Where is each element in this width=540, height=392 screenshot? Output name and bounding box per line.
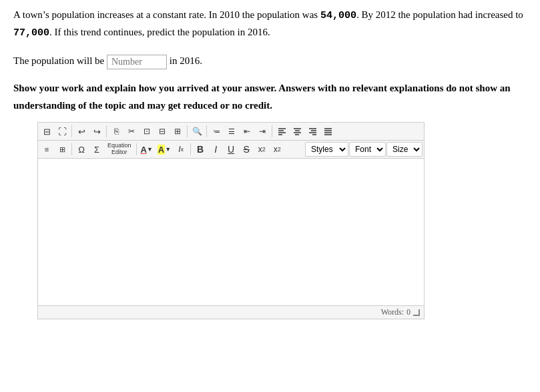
superscript-btn[interactable]: x2 bbox=[270, 142, 284, 157]
ordered-list-btn[interactable]: ≔ bbox=[209, 124, 224, 139]
align-right-btn[interactable] bbox=[305, 124, 320, 139]
table-icon-btn[interactable]: ⊟ bbox=[39, 124, 54, 139]
fullscreen-btn[interactable]: ⛶ bbox=[55, 124, 69, 139]
font-dropdown[interactable]: Font bbox=[349, 142, 386, 157]
sep8 bbox=[190, 143, 191, 155]
paragraph-text1: A town’s population increases at a const… bbox=[13, 9, 320, 20]
styles-dropdown[interactable]: Styles bbox=[305, 142, 348, 157]
outdent-btn[interactable]: ⇤ bbox=[240, 124, 254, 139]
highlight-btn[interactable]: A ▼ bbox=[156, 142, 173, 157]
font-color-arrow: ▼ bbox=[147, 146, 153, 153]
toolbar-row1: ⊟ ⛶ ↩ ↪ ⎘ ✂ ⊡ ⊟ ⊞ 🔍 ≔ ☰ ⇤ ⇥ bbox=[38, 123, 424, 141]
resize-handle[interactable] bbox=[413, 309, 420, 316]
align-justify-btn[interactable] bbox=[320, 124, 335, 139]
sep4 bbox=[206, 125, 207, 137]
editor-footer: Words: 0 bbox=[38, 305, 424, 319]
number-input[interactable] bbox=[107, 55, 167, 69]
bold-btn[interactable]: B bbox=[193, 142, 208, 157]
unordered-list-btn[interactable]: ☰ bbox=[224, 124, 239, 139]
toolbar-row2: ≡ ⊞ Ω Σ EquationEditor A ▼ A ▼ Ix B I U … bbox=[38, 141, 424, 159]
paste-btn[interactable]: ⊡ bbox=[140, 124, 154, 139]
highlight-A-icon: A bbox=[158, 145, 165, 155]
bold-prompt: Show your work and explain how you arriv… bbox=[13, 80, 527, 114]
paragraph-text2: . By 2012 the population had increased t… bbox=[356, 9, 523, 20]
words-label: Words: bbox=[381, 307, 404, 317]
size-dropdown[interactable]: Size bbox=[386, 142, 423, 157]
cut-btn[interactable]: ✂ bbox=[124, 124, 139, 139]
after-text: in 2016. bbox=[167, 55, 202, 66]
paste-text-btn[interactable]: ⊟ bbox=[155, 124, 170, 139]
highlight-arrow: ▼ bbox=[165, 146, 171, 153]
strikethrough-btn[interactable]: S bbox=[239, 142, 254, 157]
clear-format-btn[interactable]: Ix bbox=[174, 142, 188, 157]
before-text: The population will be bbox=[13, 55, 107, 66]
insert-col-btn[interactable]: ⊞ bbox=[55, 142, 69, 157]
words-count: 0 bbox=[407, 307, 411, 317]
rich-text-editor: ⊟ ⛶ ↩ ↪ ⎘ ✂ ⊡ ⊟ ⊞ 🔍 ≔ ☰ ⇤ ⇥ bbox=[37, 122, 425, 319]
sep1 bbox=[71, 125, 72, 137]
editor-body[interactable] bbox=[38, 159, 424, 305]
copy-btn[interactable]: ⎘ bbox=[109, 124, 123, 139]
sep7 bbox=[136, 143, 137, 155]
font-color-btn[interactable]: A ▼ bbox=[139, 142, 155, 157]
sep6 bbox=[71, 143, 72, 155]
italic-btn[interactable]: I bbox=[208, 142, 223, 157]
sigma-btn[interactable]: Σ bbox=[89, 142, 104, 157]
omega-btn[interactable]: Ω bbox=[74, 142, 89, 157]
align-left-btn[interactable] bbox=[274, 124, 289, 139]
insert-row-btn[interactable]: ≡ bbox=[39, 142, 54, 157]
underline-btn[interactable]: U bbox=[224, 142, 238, 157]
paragraph-text3: . If this trend continues, predict the p… bbox=[49, 27, 270, 37]
align-center-btn[interactable] bbox=[290, 124, 304, 139]
sep3 bbox=[187, 125, 188, 137]
equation-editor-btn[interactable]: EquationEditor bbox=[105, 142, 134, 157]
find-btn[interactable]: 🔍 bbox=[190, 124, 204, 139]
subscript-btn[interactable]: x2 bbox=[254, 142, 269, 157]
main-content: A town’s population increases at a const… bbox=[13, 7, 527, 319]
indent-btn[interactable]: ⇥ bbox=[255, 124, 270, 139]
sep2 bbox=[106, 125, 107, 137]
num2: 77,000 bbox=[13, 27, 49, 39]
undo-btn[interactable]: ↩ bbox=[74, 124, 89, 139]
font-color-A-icon: A bbox=[141, 145, 147, 155]
sep5 bbox=[272, 125, 272, 137]
num1: 54,000 bbox=[320, 10, 356, 21]
equation-label: EquationEditor bbox=[107, 143, 131, 156]
redo-btn[interactable]: ↪ bbox=[89, 124, 104, 139]
inline-question: The population will be in 2016. bbox=[13, 51, 527, 71]
paragraph: A town’s population increases at a const… bbox=[13, 7, 527, 41]
paste-word-btn[interactable]: ⊞ bbox=[170, 124, 185, 139]
